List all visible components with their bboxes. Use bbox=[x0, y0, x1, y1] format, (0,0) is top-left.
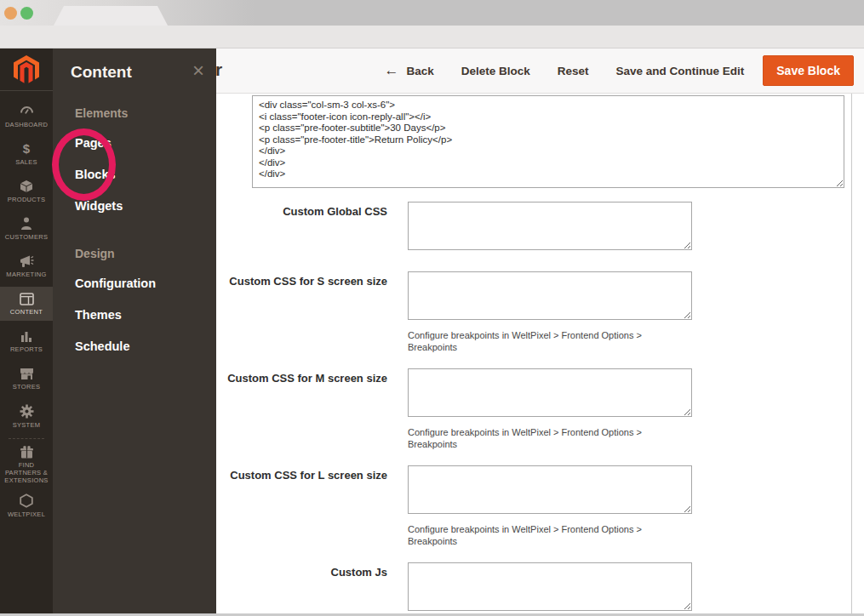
field-label: Custom CSS for S screen size bbox=[216, 271, 387, 353]
sidebar-item-products[interactable]: PRODUCTS bbox=[0, 174, 53, 208]
svg-text:$: $ bbox=[23, 142, 31, 156]
flyout-section-elements: Elements Pages Blocks Widgets bbox=[53, 104, 216, 221]
section-heading: Design bbox=[53, 244, 216, 263]
field-note: Configure breakpoints in WeltPixel > Fro… bbox=[408, 426, 692, 450]
field-custom-css-s: Custom CSS for S screen size Configure b… bbox=[216, 271, 864, 353]
field-custom-css-m: Custom CSS for M screen size Configure b… bbox=[216, 368, 864, 450]
sidebar-divider bbox=[9, 438, 44, 439]
back-button[interactable]: ← Back bbox=[384, 62, 433, 79]
field-label: Custom CSS for M screen size bbox=[216, 368, 387, 450]
sidebar-nav: DASHBOARD $ SALES PRODUCTS bbox=[0, 91, 53, 522]
menu-item-widgets[interactable]: Widgets bbox=[53, 190, 216, 221]
sidebar-item-stores[interactable]: STORES bbox=[0, 362, 53, 396]
flyout-section-design: Design Configuration Themes Schedule bbox=[53, 244, 216, 362]
sidebar-item-weltpixel[interactable]: WELTPIXEL bbox=[0, 488, 53, 522]
sidebar-item-sales[interactable]: $ SALES bbox=[0, 137, 53, 171]
window-minimize-dot[interactable] bbox=[4, 7, 17, 20]
custom-js-textarea[interactable] bbox=[408, 562, 692, 611]
sidebar-item-content[interactable]: CONTENT bbox=[0, 287, 53, 321]
custom-global-css-textarea[interactable] bbox=[408, 202, 692, 250]
menu-item-blocks[interactable]: Blocks bbox=[53, 158, 216, 190]
save-continue-button[interactable]: Save and Continue Edit bbox=[616, 65, 745, 77]
sidebar-item-find-partners[interactable]: FIND PARTNERS & EXTENSIONS bbox=[0, 444, 53, 485]
block-edit-form: <div class="col-sm-3 col-xs-6"> <i class… bbox=[216, 94, 864, 613]
custom-css-l-textarea[interactable] bbox=[408, 465, 692, 514]
gear-icon bbox=[20, 404, 34, 419]
field-label: Custom CSS for L screen size bbox=[216, 465, 387, 547]
browser-tab[interactable] bbox=[54, 6, 168, 26]
reset-button[interactable]: Reset bbox=[558, 65, 589, 77]
screen: r ← Back Delete Block Reset Save and Con… bbox=[0, 0, 864, 616]
field-label: Custom Js bbox=[216, 562, 387, 616]
sidebar-item-marketing[interactable]: MARKETING bbox=[0, 249, 53, 283]
field-custom-css-l: Custom CSS for L screen size Configure b… bbox=[216, 465, 864, 547]
box-icon bbox=[20, 180, 33, 193]
form-rows: Custom Global CSS Custom CSS for S scree… bbox=[216, 202, 864, 616]
admin-sidebar: DASHBOARD $ SALES PRODUCTS bbox=[0, 48, 53, 613]
section-heading: Elements bbox=[53, 104, 216, 123]
field-custom-js: Custom Js Configure breakpoints in WeltP… bbox=[216, 562, 864, 616]
field-note: Configure breakpoints in WeltPixel > Fro… bbox=[408, 329, 692, 353]
close-icon[interactable]: × bbox=[192, 61, 204, 80]
custom-css-m-textarea[interactable] bbox=[408, 368, 692, 417]
menu-item-pages[interactable]: Pages bbox=[53, 127, 216, 158]
person-icon bbox=[20, 217, 32, 231]
header-actions: ← Back Delete Block Reset Save and Conti… bbox=[357, 48, 854, 93]
gift-icon bbox=[20, 446, 34, 459]
block-content-textarea[interactable]: <div class="col-sm-3 col-xs-6"> <i class… bbox=[252, 95, 844, 188]
storefront-icon bbox=[20, 368, 34, 380]
window-zoom-dot[interactable] bbox=[20, 7, 33, 20]
delete-block-button[interactable]: Delete Block bbox=[461, 65, 530, 77]
sidebar-item-dashboard[interactable]: DASHBOARD bbox=[0, 100, 53, 134]
content-layout-icon bbox=[20, 293, 34, 305]
browser-toolbar bbox=[0, 26, 864, 48]
content-right-edge bbox=[851, 94, 852, 613]
menu-item-configuration[interactable]: Configuration bbox=[53, 267, 216, 299]
dashboard-icon bbox=[20, 106, 34, 118]
sidebar-item-reports[interactable]: REPORTS bbox=[0, 324, 53, 358]
save-block-button[interactable]: Save Block bbox=[763, 55, 854, 86]
field-note: Configure breakpoints in WeltPixel > Fro… bbox=[408, 523, 692, 547]
hexagon-icon bbox=[20, 493, 33, 508]
browser-titlebar bbox=[0, 0, 864, 26]
sidebar-item-customers[interactable]: CUSTOMERS bbox=[0, 212, 53, 246]
magento-logo[interactable] bbox=[0, 48, 53, 91]
field-label: Custom Global CSS bbox=[216, 202, 387, 250]
dollar-icon: $ bbox=[20, 142, 33, 156]
page-title: r bbox=[215, 60, 222, 80]
flyout-title: Content bbox=[71, 61, 132, 83]
bar-chart-icon bbox=[20, 330, 33, 343]
menu-item-schedule[interactable]: Schedule bbox=[53, 330, 216, 362]
megaphone-icon bbox=[20, 255, 34, 268]
menu-item-themes[interactable]: Themes bbox=[53, 299, 216, 330]
custom-css-s-textarea[interactable] bbox=[408, 271, 692, 320]
content-flyout-menu: Content × Elements Pages Blocks Widgets … bbox=[53, 48, 216, 613]
back-arrow-icon: ← bbox=[384, 62, 398, 79]
field-custom-global-css: Custom Global CSS bbox=[216, 202, 864, 250]
sidebar-item-system[interactable]: SYSTEM bbox=[0, 399, 53, 433]
